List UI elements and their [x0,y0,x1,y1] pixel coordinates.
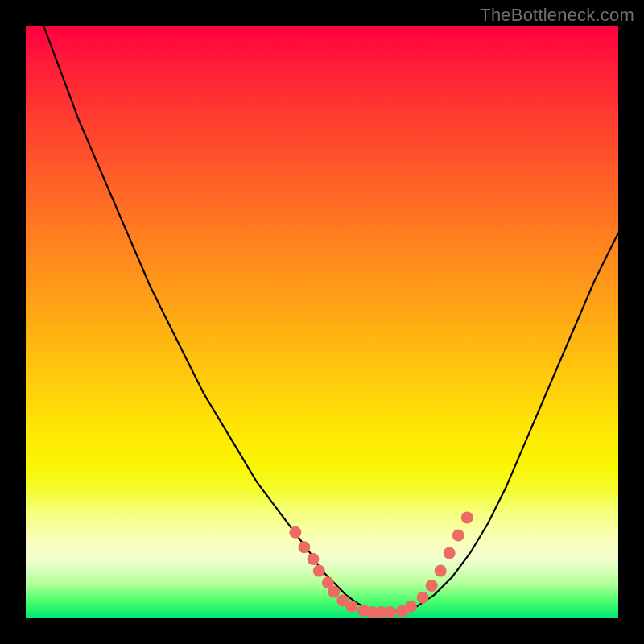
curve-markers [289,511,473,618]
marker-dot [426,580,438,592]
marker-dot [461,511,473,523]
marker-dot [444,547,456,559]
curve-layer [26,26,618,618]
plot-area [26,26,618,618]
watermark-text: TheBottleneck.com [480,5,634,26]
marker-dot [452,530,464,542]
marker-dot [328,585,340,597]
marker-dot [289,526,301,539]
chart-frame: TheBottleneck.com [0,0,644,644]
marker-dot [308,553,320,565]
marker-dot [345,601,357,613]
marker-dot [435,565,447,577]
bottleneck-curve [26,26,618,613]
marker-dot [313,565,325,577]
marker-dot [405,601,417,613]
marker-dot [298,541,310,553]
marker-dot [384,606,396,618]
marker-dot [417,592,429,604]
